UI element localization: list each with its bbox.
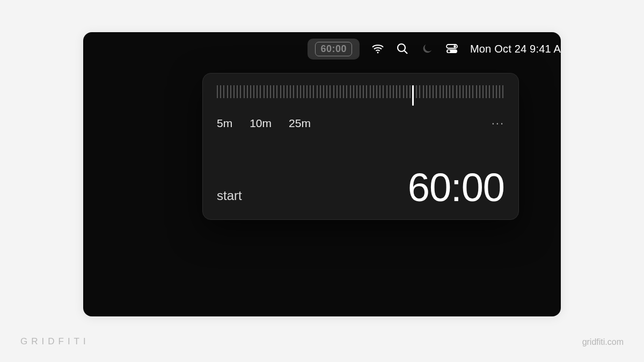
ruler-tick [346,85,347,98]
ruler-tick [379,85,380,98]
ruler-tick [449,85,450,98]
ruler-tick [356,85,357,98]
ruler-tick [290,85,291,98]
ruler-tick [237,85,238,98]
ruler-tick [426,85,427,98]
ruler-tick [360,85,361,98]
ruler-tick [253,85,254,98]
ruler-tick [433,85,434,98]
ruler-tick [383,85,384,98]
ruler-tick [459,85,460,98]
search-icon[interactable] [396,42,409,55]
more-button[interactable]: ··· [492,116,504,130]
ruler-tick [396,85,397,98]
ruler-tick [233,85,235,98]
ruler-tick [419,85,420,98]
ruler-tick [463,85,464,98]
ruler-tick [423,85,424,98]
ruler-tick [429,85,430,98]
ruler-tick [403,85,404,98]
ruler-tick [280,85,281,98]
ruler-tick [440,85,441,98]
ruler-tick [493,85,494,98]
timer-popover: 5m 10m 25m ··· start 60:00 [202,73,519,220]
ruler-tick [436,85,437,98]
ruler-tick [320,85,321,98]
ruler-tick [270,85,271,98]
ruler-tick [446,85,447,98]
watermark-brand: GRIDFITI [20,336,90,347]
ruler-tick [472,85,473,98]
ruler-tick [267,85,268,98]
ruler-tick [323,85,324,98]
ruler-tick [247,85,248,98]
svg-point-4 [453,45,456,48]
ruler-tick [456,85,457,98]
ruler-tick [370,85,371,98]
ruler-tick [499,85,500,98]
ruler-tick [502,85,503,98]
ruler-tick [479,85,480,98]
ruler-tick [297,85,298,98]
ruler-tick [469,85,470,98]
ruler-tick [217,85,218,98]
svg-point-0 [377,52,379,54]
ruler-tick [273,85,274,98]
ruler-tick [257,85,258,98]
preset-10m[interactable]: 10m [250,117,272,130]
ruler-tick [416,85,417,98]
ruler-tick [390,85,391,98]
ruler-tick [240,85,241,98]
ruler-tick [452,85,453,98]
ruler-tick [393,85,394,98]
ruler-tick [336,85,338,98]
preset-5m[interactable]: 5m [217,117,232,130]
desktop-frame: 60:00 [83,32,561,316]
menubar: 60:00 [83,32,561,65]
ruler-tick [406,85,407,98]
ruler-tick [287,85,288,98]
presets-row: 5m 10m 25m ··· [217,116,504,130]
ruler-tick [230,85,231,98]
ruler-tick [399,85,400,98]
menubar-timer-badge[interactable]: 60:00 [308,39,360,60]
duration-ruler[interactable] [217,85,504,107]
ruler-tick [227,85,228,98]
ruler-tick [283,85,284,98]
ruler-tick [343,85,344,98]
ruler-tick [489,85,490,98]
ruler-tick [317,85,318,98]
ruler-tick [482,85,484,98]
ruler-tick [386,85,387,98]
ruler-tick [366,85,367,98]
ruler-tick [443,85,444,98]
ruler-tick [330,85,331,98]
ruler-tick [376,85,377,98]
svg-point-1 [398,44,405,51]
wifi-icon[interactable] [371,42,384,55]
moon-icon[interactable] [421,42,434,55]
ruler-tick [350,85,351,98]
ruler-tick [326,85,327,98]
menubar-timer-value: 60:00 [315,42,352,56]
ruler-tick [476,85,477,98]
ruler-tick [300,85,301,98]
ruler-tick [276,85,277,98]
ruler-tick [310,85,311,98]
ruler-tick [260,85,261,98]
ruler-tick [303,85,304,98]
menubar-clock[interactable]: Mon Oct 24 9:41 A [470,43,561,55]
ruler-tick [496,85,497,98]
start-button[interactable]: start [217,188,242,208]
ruler-tick [373,85,374,98]
ruler-tick [353,85,354,98]
ruler-tick [486,85,487,98]
ruler-tick [340,85,341,98]
popover-bottom-row: start 60:00 [217,168,504,208]
watermark-url: gridfiti.com [582,337,624,347]
svg-line-2 [404,51,407,54]
ruler-tick [264,85,265,98]
preset-25m[interactable]: 25m [289,117,311,130]
ruler-tick [220,85,221,98]
control-center-icon[interactable] [445,42,458,55]
